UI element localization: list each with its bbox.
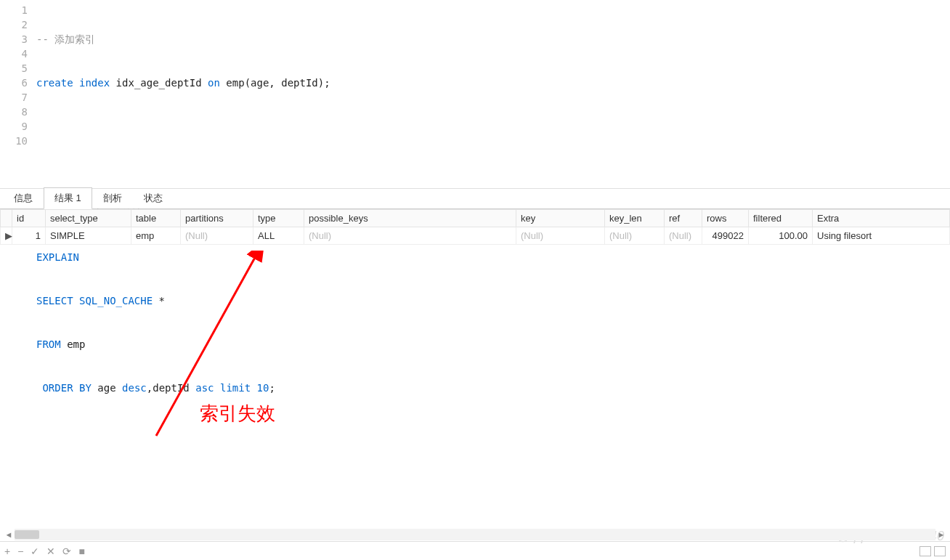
line-gutter: 1 2 3 4 5 6 7 8 9 10 xyxy=(0,0,36,188)
tab-status[interactable]: 状态 xyxy=(133,187,174,208)
table-row[interactable]: ▶ 1 SIMPLE emp (Null) ALL (Null) (Null) … xyxy=(1,227,950,245)
col-extra[interactable]: Extra xyxy=(813,210,950,227)
col-ref[interactable]: ref xyxy=(665,210,702,227)
col-key-len[interactable]: key_len xyxy=(605,210,665,227)
cell-partitions[interactable]: (Null) xyxy=(181,227,253,245)
tab-analysis[interactable]: 剖析 xyxy=(92,187,133,208)
code-content[interactable]: -- 添加索引 create index idx_age_deptId on e… xyxy=(36,0,330,188)
cell-key[interactable]: (Null) xyxy=(516,227,605,245)
annotation-text: 索引失效 xyxy=(200,401,275,426)
cell-select-type[interactable]: SIMPLE xyxy=(46,227,131,245)
col-table[interactable]: table xyxy=(131,210,181,227)
cell-possible-keys[interactable]: (Null) xyxy=(304,227,516,245)
tab-result-1[interactable]: 结果 1 xyxy=(44,187,92,209)
form-view-button[interactable] xyxy=(934,546,946,556)
col-rows[interactable]: rows xyxy=(702,210,749,227)
cell-ref[interactable]: (Null) xyxy=(665,227,702,245)
refresh-button[interactable]: ⟳ xyxy=(62,545,71,557)
sql-editor[interactable]: 1 2 3 4 5 6 7 8 9 10 -- 添加索引 create inde… xyxy=(0,0,950,189)
cell-id[interactable]: 1 xyxy=(12,227,46,245)
scroll-right-icon[interactable]: ► xyxy=(935,529,947,540)
col-select-type[interactable]: select_type xyxy=(46,210,131,227)
grid-view-button[interactable] xyxy=(919,546,931,556)
col-id[interactable]: id xyxy=(12,210,46,227)
col-type[interactable]: type xyxy=(253,210,304,227)
result-table[interactable]: id select_type table partitions type pos… xyxy=(0,209,950,245)
col-possible-keys[interactable]: possible_keys xyxy=(304,210,516,227)
cell-table[interactable]: emp xyxy=(131,227,181,245)
scroll-thumb[interactable] xyxy=(15,530,39,539)
delete-row-button[interactable]: − xyxy=(17,545,23,557)
cell-key-len[interactable]: (Null) xyxy=(605,227,665,245)
cell-extra[interactable]: Using filesort xyxy=(813,227,950,245)
col-filtered[interactable]: filtered xyxy=(749,210,813,227)
current-row-marker-icon: ▶ xyxy=(1,227,12,245)
result-tabs: 信息 结果 1 剖析 状态 xyxy=(0,189,950,209)
add-row-button[interactable]: + xyxy=(4,545,10,557)
col-partitions[interactable]: partitions xyxy=(181,210,253,227)
col-key[interactable]: key xyxy=(516,210,605,227)
scroll-track[interactable] xyxy=(15,529,935,540)
result-table-wrap: id select_type table partitions type pos… xyxy=(0,209,950,245)
row-marker-header xyxy=(1,210,12,227)
status-bar: + − ✓ ✕ ⟳ ■ xyxy=(0,541,950,560)
apply-button[interactable]: ✓ xyxy=(31,545,39,557)
table-header-row: id select_type table partitions type pos… xyxy=(1,210,950,227)
cell-rows[interactable]: 499022 xyxy=(702,227,749,245)
scroll-left-icon[interactable]: ◄ xyxy=(3,529,15,540)
horizontal-scrollbar[interactable]: ◄ ► xyxy=(3,528,947,541)
cancel-button[interactable]: ✕ xyxy=(46,545,55,557)
cell-type[interactable]: ALL xyxy=(253,227,304,245)
tab-info[interactable]: 信息 xyxy=(3,187,44,208)
stop-button[interactable]: ■ xyxy=(78,545,84,557)
cell-filtered[interactable]: 100.00 xyxy=(749,227,813,245)
